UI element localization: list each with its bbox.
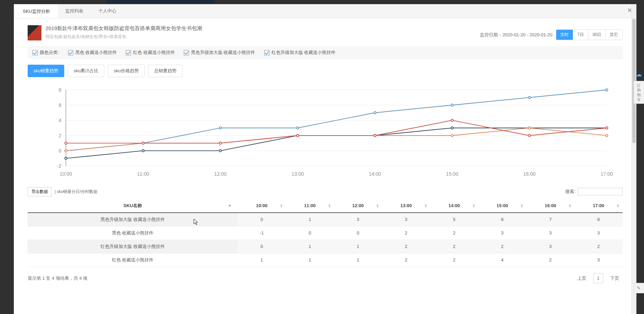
svg-text:0: 0 bbox=[59, 148, 61, 154]
modal: SKU监控分析 监控列表 个人中心 ✕ 2019新款牛津布双肩包女韩版防盗背包百… bbox=[14, 4, 636, 314]
sort-icon[interactable]: ▲▼ bbox=[616, 204, 620, 208]
page-next[interactable]: 下页 bbox=[607, 273, 623, 284]
svg-point-45 bbox=[65, 142, 67, 144]
sort-icon[interactable]: ▼ bbox=[228, 205, 231, 207]
svg-point-28 bbox=[606, 89, 608, 91]
value-cell: 0 bbox=[238, 213, 286, 227]
edit-icon[interactable]: ✎ bbox=[634, 283, 644, 293]
value-cell: 0 bbox=[238, 240, 286, 253]
value-cell: 2 bbox=[430, 253, 478, 267]
col-header[interactable]: 13:00▲▼ bbox=[382, 199, 430, 213]
col-header[interactable]: 10:00▲▼ bbox=[238, 199, 286, 213]
sort-icon[interactable]: ▲▼ bbox=[328, 204, 331, 208]
cart-label-2: 物 bbox=[637, 92, 641, 97]
value-cell: 3 bbox=[527, 240, 575, 253]
cart-label-3: 车 bbox=[637, 97, 641, 102]
value-cell: 3 bbox=[575, 226, 623, 240]
filter-group-text: 颜色分类: bbox=[40, 49, 59, 56]
svg-text:11:00: 11:00 bbox=[137, 171, 149, 177]
filter-item-label: 黑色 收藏送小熊挂件 bbox=[75, 49, 117, 56]
page-current[interactable]: 1 bbox=[593, 273, 603, 283]
metric-tabs: sku销量趋势 sku累计占比 sku价格趋势 总销量趋势 bbox=[28, 65, 623, 77]
sort-icon[interactable]: ▲▼ bbox=[424, 204, 427, 208]
line-chart: -20246810:0011:0012:0013:0014:0015:0016:… bbox=[35, 85, 616, 179]
filter-row: 颜色分类: 黑色 收藏送小熊挂件 红色 收藏送小熊挂件 黑色升级加大版 收藏送小… bbox=[28, 46, 623, 59]
filter-item-label: 红色升级加大版 收藏送小熊挂件 bbox=[272, 49, 336, 56]
value-cell: 1 bbox=[286, 253, 334, 267]
col-header[interactable]: 16:00▲▼ bbox=[527, 199, 575, 213]
value-cell: 3 bbox=[527, 226, 575, 240]
svg-point-31 bbox=[219, 150, 221, 152]
filter-group-label[interactable]: 颜色分类: bbox=[32, 49, 59, 56]
date-range-value: 2020-01-20 - 2020-01-20 bbox=[502, 32, 552, 37]
value-cell: 0 bbox=[334, 226, 382, 240]
value-cell: 2 bbox=[382, 226, 430, 240]
svg-point-30 bbox=[142, 150, 144, 152]
sort-icon[interactable]: ▲▼ bbox=[280, 204, 283, 208]
value-cell: 1 bbox=[286, 213, 334, 227]
cart-label-1: 购 bbox=[637, 87, 641, 92]
svg-text:17:00: 17:00 bbox=[600, 171, 613, 177]
svg-point-23 bbox=[219, 127, 221, 129]
filter-red[interactable]: 红色 收藏送小熊挂件 bbox=[126, 49, 175, 56]
value-cell: 4 bbox=[478, 253, 526, 267]
sku-name-cell: 红色升级加大版 收藏送小熊挂件 bbox=[28, 240, 238, 253]
tab-user-center[interactable]: 个人中心 bbox=[91, 4, 124, 18]
col-header[interactable]: SKU名称▼ bbox=[28, 199, 238, 213]
sort-icon[interactable]: ▲▼ bbox=[520, 204, 524, 208]
filter-item-label: 黑色升级加大版 收藏送小熊挂件 bbox=[191, 49, 255, 56]
cart-icon: 🛒 bbox=[636, 83, 641, 87]
svg-point-24 bbox=[296, 127, 299, 129]
cloud-icon[interactable]: ☁ bbox=[634, 69, 644, 80]
metric-tab-price-trend[interactable]: sku价格趋势 bbox=[108, 65, 144, 77]
tab-monitor-list[interactable]: 监控列表 bbox=[58, 4, 91, 18]
metric-tab-cumulative[interactable]: sku累计占比 bbox=[68, 65, 104, 77]
metric-tab-sales-trend[interactable]: sku销量趋势 bbox=[28, 65, 64, 77]
sort-icon[interactable]: ▲▼ bbox=[568, 204, 572, 208]
filter-black[interactable]: 黑色 收藏送小熊挂件 bbox=[68, 49, 117, 56]
range-btn-other[interactable]: 其它 bbox=[605, 30, 622, 40]
table-row: 红色 收藏送小熊挂件11122423 bbox=[28, 253, 623, 267]
value-cell: 1 bbox=[286, 240, 334, 253]
cart-button[interactable]: 🛒 购 物 车 bbox=[634, 81, 644, 104]
result-info: 显示第 1 至 4 项结果，共 4 项 bbox=[28, 275, 87, 281]
col-header[interactable]: 14:00▲▼ bbox=[430, 199, 478, 213]
svg-point-29 bbox=[65, 157, 67, 159]
svg-point-51 bbox=[528, 135, 530, 137]
range-btn-realtime[interactable]: 实时 bbox=[556, 30, 573, 40]
svg-point-50 bbox=[451, 119, 453, 121]
filter-red-large[interactable]: 红色升级加大版 收藏送小熊挂件 bbox=[264, 49, 336, 56]
value-cell: 2 bbox=[382, 240, 430, 253]
table-toolbar: 导出数据 | sku销量分日/分时数据 搜索: bbox=[28, 187, 623, 196]
range-btn-30d[interactable]: 30日 bbox=[588, 30, 605, 40]
svg-text:13:00: 13:00 bbox=[292, 171, 304, 177]
close-icon[interactable]: ✕ bbox=[626, 7, 633, 14]
tab-sku-analysis[interactable]: SKU监控分析 bbox=[15, 4, 58, 18]
sort-icon[interactable]: ▲▼ bbox=[472, 204, 475, 208]
value-cell: 6 bbox=[478, 213, 526, 227]
col-header[interactable]: 15:00▲▼ bbox=[478, 199, 526, 213]
svg-text:14:00: 14:00 bbox=[369, 171, 381, 177]
search-input[interactable] bbox=[578, 188, 623, 195]
side-toolbar: ☁ 🛒 购 物 车 bbox=[634, 69, 644, 104]
table-body: 黑色升级加大版 收藏送小熊挂件01335678黑色 收藏送小熊挂件-100223… bbox=[28, 213, 623, 267]
range-btn-7d[interactable]: 7日 bbox=[573, 30, 588, 40]
col-header[interactable]: 11:00▲▼ bbox=[286, 199, 334, 213]
col-header[interactable]: 17:00▲▼ bbox=[575, 199, 623, 213]
backdrop-image-strip bbox=[107, 0, 214, 3]
date-range-label: 监控日期：2020-01-20 - 2020-01-20 bbox=[480, 32, 552, 38]
page-prev[interactable]: 上页 bbox=[574, 273, 590, 284]
svg-point-47 bbox=[219, 142, 221, 144]
table-title: | sku销量分日/分时数据 bbox=[55, 189, 97, 195]
value-cell: -1 bbox=[238, 226, 286, 240]
export-button[interactable]: 导出数据 bbox=[28, 187, 52, 196]
sort-icon[interactable]: ▲▼ bbox=[376, 204, 379, 208]
value-cell: 5 bbox=[430, 213, 478, 227]
filter-black-large[interactable]: 黑色升级加大版 收藏送小熊挂件 bbox=[184, 49, 255, 56]
svg-text:15:00: 15:00 bbox=[446, 171, 458, 177]
col-header[interactable]: 12:00▲▼ bbox=[334, 199, 382, 213]
value-cell: 8 bbox=[575, 213, 623, 227]
svg-point-52 bbox=[606, 127, 608, 129]
metric-tab-total-trend[interactable]: 总销量趋势 bbox=[148, 65, 182, 77]
side-toolbar-lower: ✎ bbox=[634, 283, 644, 293]
